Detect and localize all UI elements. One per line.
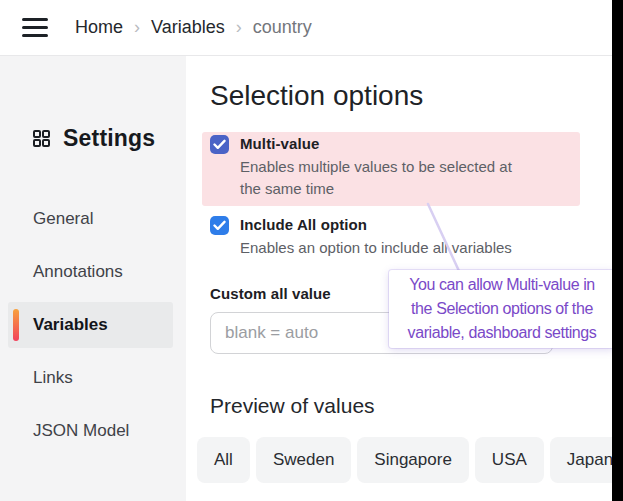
breadcrumb-separator-icon: ›: [134, 17, 140, 38]
sidebar-item-variables[interactable]: Variables: [8, 302, 173, 348]
sidebar-title-label: Settings: [63, 125, 155, 152]
multi-value-label: Multi-value: [240, 134, 522, 154]
include-all-option-row: Include All option Enables an option to …: [202, 213, 580, 259]
include-all-label: Include All option: [240, 215, 512, 235]
sidebar-item-general[interactable]: General: [8, 196, 173, 242]
right-edge-strip: [612, 0, 623, 501]
sidebar-item-json-model[interactable]: JSON Model: [8, 408, 173, 454]
breadcrumb: Home › Variables › country: [75, 17, 312, 38]
custom-all-value-label: Custom all value: [210, 285, 331, 302]
annotation-tooltip: You can allow Multi-value in the Selecti…: [389, 270, 615, 348]
dashboard-settings-window: Home › Variables › country Settings Gene…: [0, 0, 623, 501]
checkmark-icon: [213, 220, 226, 231]
sidebar-item-label: General: [33, 209, 93, 229]
preview-values-row: All Sweden Singapore USA Japan: [197, 437, 623, 483]
menu-hamburger-icon[interactable]: [22, 18, 48, 37]
preview-value-chip: All: [197, 437, 250, 483]
preview-value-chip: Singapore: [357, 437, 469, 483]
sidebar-item-label: Variables: [33, 315, 108, 335]
include-all-description: Enables an option to include all variabl…: [240, 237, 512, 259]
preview-value-chip: USA: [475, 437, 544, 483]
multi-value-option-row: Multi-value Enables multiple values to b…: [202, 132, 580, 206]
checkmark-icon: [213, 139, 226, 150]
sidebar-item-annotations[interactable]: Annotations: [8, 249, 173, 295]
apps-grid-icon: [33, 130, 50, 147]
sidebar-item-label: Links: [33, 368, 73, 388]
preview-of-values-title: Preview of values: [210, 394, 375, 418]
breadcrumb-current-page: country: [253, 17, 312, 38]
sidebar-nav: General Annotations Variables Links JSON…: [0, 196, 186, 454]
breadcrumb-variables[interactable]: Variables: [151, 17, 225, 38]
page-title: Selection options: [210, 80, 423, 112]
annotation-text: You can allow Multi-value in the Selecti…: [397, 273, 607, 345]
sidebar-item-label: JSON Model: [33, 421, 129, 441]
settings-sidebar: Settings General Annotations Variables L…: [0, 56, 186, 501]
sidebar-title: Settings: [33, 125, 186, 152]
active-item-accent-bar: [13, 309, 19, 341]
top-bar: Home › Variables › country: [0, 0, 612, 56]
multi-value-description: Enables multiple values to be selected a…: [240, 156, 522, 200]
multi-value-checkbox[interactable]: [210, 135, 229, 154]
sidebar-item-links[interactable]: Links: [8, 355, 173, 401]
include-all-checkbox[interactable]: [210, 216, 229, 235]
preview-value-chip: Sweden: [256, 437, 351, 483]
sidebar-item-label: Annotations: [33, 262, 123, 282]
breadcrumb-home[interactable]: Home: [75, 17, 123, 38]
breadcrumb-separator-icon: ›: [236, 17, 242, 38]
